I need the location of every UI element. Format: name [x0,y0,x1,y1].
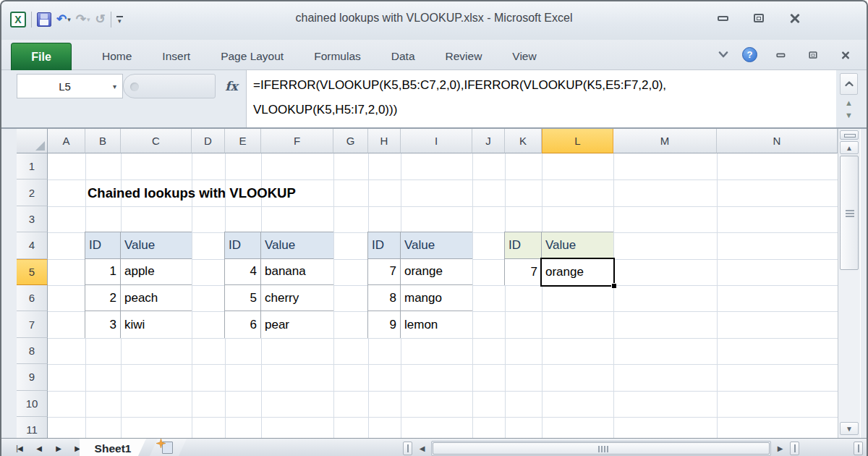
table-header-cell[interactable]: Value [121,232,192,258]
row-header-3[interactable]: 3 [17,206,48,232]
table-cell-value[interactable]: pear [261,311,333,337]
scroll-right-button[interactable]: ▶ [773,442,788,455]
first-sheet-button[interactable]: |◀ [12,441,27,455]
table-cell-id[interactable]: 7 [505,259,542,285]
fill-handle[interactable] [611,283,616,288]
resizer-dot [130,83,139,91]
tab-insert[interactable]: Insert [147,43,205,70]
column-header-L[interactable]: L [542,129,613,153]
table-cell-id[interactable]: 6 [225,311,261,337]
column-header-H[interactable]: H [368,129,401,153]
close-button[interactable] [786,12,804,25]
tab-data[interactable]: Data [376,43,430,70]
column-header-M[interactable]: M [613,129,717,153]
name-box-dropdown-icon[interactable]: ▾ [113,83,116,90]
row-header-7[interactable]: 7 [17,311,48,337]
table-cell-id[interactable]: 2 [85,285,121,311]
select-all-corner[interactable] [17,129,48,153]
row-header-10[interactable]: 10 [17,391,48,417]
column-header-B[interactable]: B [85,129,121,153]
minimize-button[interactable] [713,12,732,25]
tab-formulas[interactable]: Formulas [299,43,376,70]
scroll-down-button[interactable]: ▼ [840,422,859,435]
row-header-4[interactable]: 4 [17,232,48,258]
table-cell-value[interactable]: cherry [261,285,333,311]
column-header-J[interactable]: J [472,129,505,153]
column-header-G[interactable]: G [333,129,368,153]
cell-title-text[interactable]: Chained lookups with VLOOKUP [88,180,296,206]
horizontal-scrollbar[interactable] [431,441,771,456]
table-cell-value[interactable]: orange [401,259,472,285]
formula-bar: L5 ▾ fx =IFERROR(VLOOKUP(K5,B5:C7,2,0),I… [1,70,867,129]
row-header-5[interactable]: 5 [17,259,48,285]
scroll-left-button[interactable]: ◀ [414,442,430,455]
table-cell-value[interactable]: apple [121,259,192,285]
previous-sheet-button[interactable]: ◀ [31,441,46,455]
table-cell-value[interactable]: mango [401,285,472,311]
workbook-close-button[interactable] [838,49,854,59]
table-cell-id[interactable]: 4 [225,259,261,285]
scroll-up-button[interactable]: ▲ [840,141,859,154]
column-header-F[interactable]: F [261,129,333,153]
row-header-2[interactable]: 2 [17,180,48,206]
table-header-cell[interactable]: Value [261,232,333,258]
table-cell-id[interactable]: 8 [368,285,401,311]
tab-home[interactable]: Home [87,43,147,70]
horizontal-scrollbar-thumb[interactable] [433,442,770,455]
table-header-cell[interactable]: ID [505,232,542,258]
next-sheet-button[interactable]: ▶ [51,441,66,455]
vertical-scrollbar-thumb[interactable] [840,156,859,270]
name-box[interactable]: L5 ▾ [17,74,123,98]
scrollbar-split-handle[interactable] [790,442,799,455]
column-header-I[interactable]: I [401,129,472,153]
table-cell-id[interactable]: 7 [368,259,401,285]
split-handle[interactable] [840,130,859,140]
expand-ribbon-chevron-icon[interactable] [718,51,728,58]
sheet-tab-sheet1[interactable]: Sheet1 [80,439,146,456]
table-cell-id[interactable]: 9 [368,311,401,337]
insert-function-button[interactable]: fx [218,74,244,98]
workbook-restore-button[interactable] [806,49,821,59]
vertical-scrollbar[interactable]: ▲ ▼ [838,129,860,438]
table-header-cell[interactable]: ID [225,232,261,258]
help-icon[interactable]: ? [742,47,757,62]
tab-split-handle[interactable] [403,442,412,455]
insert-worksheet-button[interactable] [149,439,187,456]
row-header-8[interactable]: 8 [17,338,48,364]
table-cell-value[interactable]: kiwi [121,311,192,337]
grid-line [333,153,334,443]
collapse-formula-bar-button[interactable] [840,73,858,95]
formula-scroll-up-icon[interactable]: ▲ [840,98,858,107]
tab-file[interactable]: File [11,43,72,70]
tab-page-layout[interactable]: Page Layout [205,43,299,70]
tab-view[interactable]: View [497,43,551,70]
row-header-9[interactable]: 9 [17,364,48,390]
table-cell-id[interactable]: 1 [85,259,121,285]
column-header-E[interactable]: E [225,129,261,153]
column-header-D[interactable]: D [192,129,225,153]
selected-cell-border-L5[interactable] [540,258,615,287]
worksheet-grid[interactable]: ABCDEFGHIJKLMN1234567891011Chained looku… [17,129,861,438]
table-cell-id[interactable]: 5 [225,285,261,311]
column-header-N[interactable]: N [717,129,838,153]
row-header-1[interactable]: 1 [17,153,48,180]
table-cell-value[interactable]: lemon [401,311,472,337]
table-cell-value[interactable]: peach [121,285,192,311]
formula-input[interactable]: =IFERROR(VLOOKUP(K5,B5:C7,2,0),IFERROR(V… [246,70,836,127]
table-header-cell[interactable]: ID [85,232,121,258]
table-cell-id[interactable]: 3 [85,311,121,337]
row-header-6[interactable]: 6 [17,285,48,311]
formula-scroll-down-icon[interactable]: ▼ [840,111,858,119]
table-header-cell[interactable]: Value [401,232,472,258]
table-header-cell[interactable]: ID [368,232,401,258]
corner-split-handle[interactable] [854,442,863,455]
restore-button[interactable] [749,12,768,25]
column-header-C[interactable]: C [121,129,192,153]
formula-bar-resizer[interactable] [123,74,216,98]
workbook-minimize-button[interactable] [773,49,788,59]
column-header-K[interactable]: K [505,129,542,153]
table-header-cell[interactable]: Value [542,232,613,258]
tab-review[interactable]: Review [430,43,498,70]
table-cell-value[interactable]: banana [261,259,333,285]
column-header-A[interactable]: A [48,129,85,153]
